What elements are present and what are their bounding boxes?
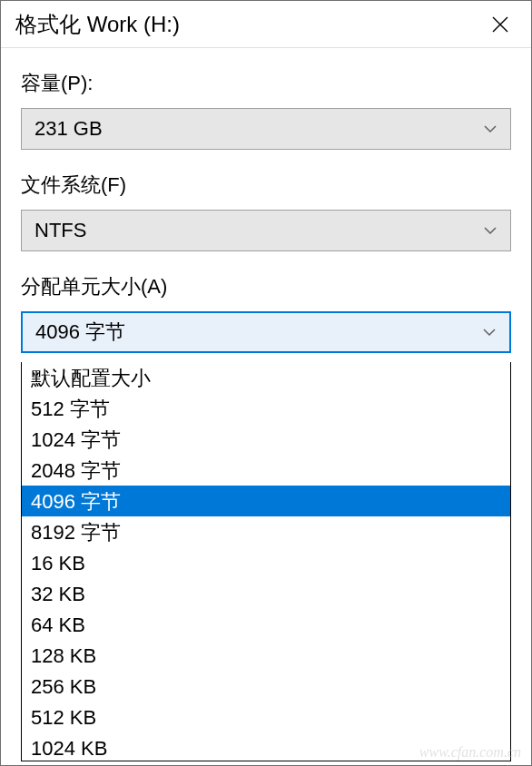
chevron-down-icon [483, 124, 498, 133]
allocation-option[interactable]: 64 KB [22, 609, 510, 640]
allocation-option[interactable]: 512 KB [22, 702, 510, 732]
capacity-label: 容量(P): [21, 70, 511, 97]
capacity-field-group: 容量(P): 231 GB [21, 70, 511, 150]
format-dialog: 格式化 Work (H:) 容量(P): 231 GB 文件系统(F) NTFS [0, 0, 532, 766]
allocation-label: 分配单元大小(A) [21, 273, 511, 300]
close-button[interactable] [482, 6, 518, 43]
filesystem-label: 文件系统(F) [21, 172, 511, 199]
allocation-option[interactable]: 1024 字节 [22, 424, 510, 455]
allocation-value: 4096 字节 [35, 319, 125, 346]
allocation-dropdown-list[interactable]: 默认配置大小512 字节1024 字节2048 字节4096 字节8192 字节… [21, 362, 511, 761]
allocation-option[interactable]: 32 KB [22, 578, 510, 609]
capacity-value: 231 GB [34, 117, 103, 141]
allocation-option[interactable]: 16 KB [22, 547, 510, 578]
allocation-option[interactable]: 默认配置大小 [22, 362, 510, 393]
dialog-content: 容量(P): 231 GB 文件系统(F) NTFS 分配单元大小(A) 409… [1, 48, 531, 353]
title-bar: 格式化 Work (H:) [1, 1, 531, 48]
filesystem-dropdown[interactable]: NTFS [21, 210, 511, 251]
allocation-option[interactable]: 256 KB [22, 671, 510, 702]
watermark: www.cfan.com.cn [419, 744, 521, 761]
chevron-down-icon [483, 226, 498, 235]
chevron-down-icon [482, 328, 497, 337]
allocation-field-group: 分配单元大小(A) 4096 字节 [21, 273, 511, 353]
allocation-option[interactable]: 8192 字节 [22, 516, 510, 547]
allocation-option[interactable]: 128 KB [22, 640, 510, 671]
capacity-dropdown[interactable]: 231 GB [21, 108, 511, 150]
allocation-dropdown[interactable]: 4096 字节 [21, 311, 511, 353]
window-title: 格式化 Work (H:) [15, 10, 180, 39]
filesystem-field-group: 文件系统(F) NTFS [21, 172, 511, 251]
allocation-option[interactable]: 2048 字节 [22, 455, 510, 486]
allocation-option[interactable]: 512 字节 [22, 393, 510, 424]
close-icon [491, 15, 509, 34]
filesystem-value: NTFS [34, 219, 86, 242]
allocation-option[interactable]: 4096 字节 [22, 486, 510, 516]
